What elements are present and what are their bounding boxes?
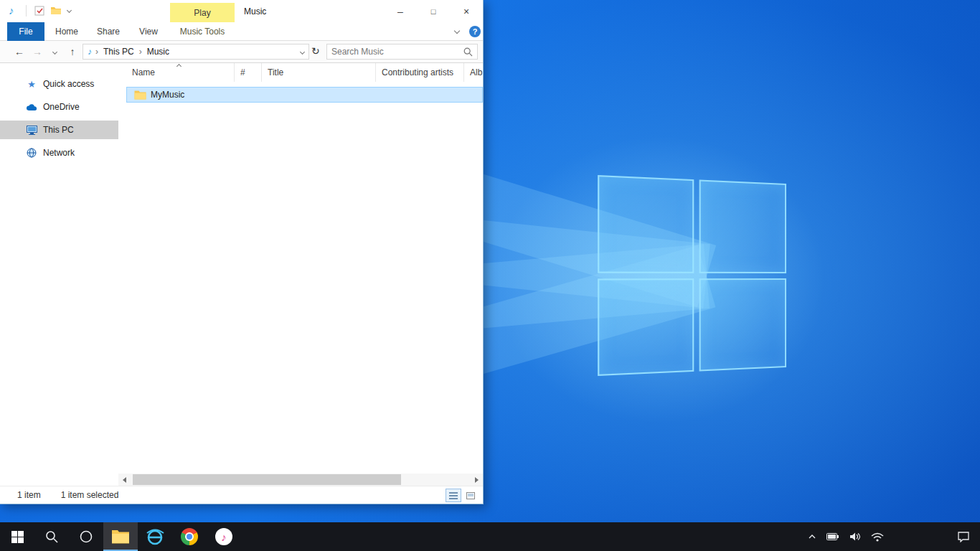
windows-logo-pane	[699, 179, 786, 273]
column-header-label: #	[240, 67, 245, 77]
scroll-right-button[interactable]	[471, 474, 483, 486]
file-list-pane: Name # Title Contributing artists Alb	[118, 63, 483, 486]
sidebar-item-label: Quick access	[43, 79, 94, 89]
sort-ascending-icon	[176, 64, 182, 69]
sidebar-item-network[interactable]: Network	[0, 143, 118, 162]
scrollbar-track[interactable]	[131, 474, 471, 486]
contextual-group-music-tools[interactable]: Music Tools	[170, 22, 235, 41]
windows-start-icon	[11, 531, 24, 543]
maximize-button[interactable]: □	[417, 0, 450, 22]
window-title: Music	[244, 6, 266, 17]
screen: ♪ Play Music – □ × File Home Share	[0, 0, 980, 551]
details-view-button[interactable]	[446, 489, 461, 502]
address-dropdown-chevron-icon[interactable]	[300, 49, 305, 54]
taskbar-file-explorer-button[interactable]	[103, 522, 138, 551]
taskbar: ♪	[0, 522, 980, 551]
cortana-button[interactable]	[69, 522, 103, 551]
sidebar-item-quick-access[interactable]: ★ Quick access	[0, 75, 118, 93]
column-header-label: Alb	[470, 67, 482, 77]
scroll-left-button[interactable]	[118, 474, 131, 486]
horizontal-scrollbar[interactable]	[118, 474, 483, 486]
qat-new-folder-button[interactable]	[50, 6, 62, 17]
forward-button[interactable]: →	[30, 46, 44, 57]
hidden-icons-chevron-up-icon[interactable]	[808, 534, 816, 540]
column-header-number[interactable]: #	[235, 63, 262, 82]
sidebar-item-label: This PC	[43, 125, 74, 135]
address-music-note-icon: ♪	[88, 47, 92, 57]
globe-icon	[26, 147, 37, 159]
tab-home[interactable]: Home	[50, 22, 83, 41]
system-tray	[808, 522, 884, 551]
window-body: ★ Quick access OneDrive This PC	[0, 63, 483, 486]
column-header-contributing-artists[interactable]: Contributing artists	[376, 63, 464, 82]
itunes-music-icon: ♪	[215, 528, 232, 545]
file-explorer-window: ♪ Play Music – □ × File Home Share	[0, 0, 484, 504]
recent-locations-chevron-icon[interactable]	[52, 50, 57, 55]
search-box	[326, 44, 478, 60]
large-icons-view-button[interactable]	[463, 489, 479, 502]
qat-customize-chevron-down-icon[interactable]	[67, 8, 72, 13]
network-wifi-icon[interactable]	[871, 532, 884, 542]
file-list: MyMusic	[118, 82, 483, 474]
ribbon-tab-row: File Home Share View Music Tools ?	[0, 22, 483, 41]
address-bar[interactable]: ♪ › This PC › Music	[83, 44, 309, 60]
item-count: 1 item	[17, 490, 41, 500]
sidebar-item-this-pc[interactable]: This PC	[0, 121, 118, 139]
column-header-album[interactable]: Alb	[464, 63, 483, 82]
selection-count: 1 item selected	[61, 490, 119, 500]
column-header-label: Name	[132, 67, 155, 77]
action-center-button[interactable]	[957, 522, 970, 551]
monitor-icon	[26, 124, 37, 136]
qat-properties-button[interactable]	[34, 6, 44, 18]
column-header-label: Title	[268, 67, 283, 77]
help-button[interactable]: ?	[469, 26, 481, 37]
status-bar: 1 item 1 item selected	[0, 486, 483, 504]
windows-logo	[598, 175, 786, 376]
triangle-left-icon	[123, 477, 126, 483]
chrome-icon	[181, 528, 198, 545]
action-center-icon	[957, 531, 970, 542]
file-row-mymusic[interactable]: MyMusic	[126, 87, 483, 103]
scrollbar-thumb[interactable]	[133, 474, 401, 485]
breadcrumb-this-pc[interactable]: This PC	[102, 47, 136, 57]
cortana-circle-icon	[79, 529, 93, 544]
up-button[interactable]: ↑	[65, 46, 80, 57]
column-header-title[interactable]: Title	[262, 63, 376, 82]
breadcrumb-music[interactable]: Music	[146, 47, 171, 57]
taskbar-internet-explorer-button[interactable]	[138, 522, 172, 551]
start-button[interactable]	[0, 522, 34, 551]
window-controls: – □ ×	[384, 0, 483, 22]
back-button[interactable]: ←	[12, 46, 27, 57]
taskbar-itunes-button[interactable]: ♪	[207, 522, 241, 551]
internet-explorer-icon	[146, 528, 164, 545]
windows-logo-pane	[598, 278, 694, 376]
view-buttons	[446, 489, 479, 502]
qat-separator	[26, 5, 27, 17]
refresh-button[interactable]: ↻	[311, 45, 320, 57]
tab-file[interactable]: File	[7, 22, 44, 41]
sidebar-item-onedrive[interactable]: OneDrive	[0, 98, 118, 116]
taskbar-chrome-button[interactable]	[172, 522, 207, 551]
taskbar-search-button[interactable]	[34, 522, 69, 551]
title-bar[interactable]: ♪ Play Music – □ ×	[0, 0, 483, 22]
sidebar-item-label: OneDrive	[43, 102, 80, 112]
contextual-tab-label: Play	[194, 8, 210, 18]
ribbon-collapse-chevron-icon[interactable]	[454, 28, 460, 34]
navigation-bar: ← → ↑ ♪ › This PC › Music ↻	[0, 41, 483, 63]
search-icon	[45, 530, 58, 543]
folder-icon	[134, 90, 146, 100]
star-icon: ★	[26, 78, 37, 90]
column-header-name[interactable]: Name	[126, 63, 235, 82]
windows-logo-pane	[699, 278, 786, 372]
search-input[interactable]	[327, 47, 463, 57]
close-button[interactable]: ×	[450, 0, 483, 22]
tab-view[interactable]: View	[132, 22, 165, 41]
tab-share[interactable]: Share	[92, 22, 125, 41]
breadcrumb-separator: ›	[139, 47, 142, 57]
volume-icon[interactable]	[849, 532, 861, 542]
battery-icon[interactable]	[826, 532, 839, 541]
search-icon	[463, 47, 473, 57]
contextual-tab-play[interactable]: Play	[170, 3, 235, 22]
minimize-button[interactable]: –	[384, 0, 417, 22]
breadcrumb-separator: ›	[95, 47, 98, 57]
